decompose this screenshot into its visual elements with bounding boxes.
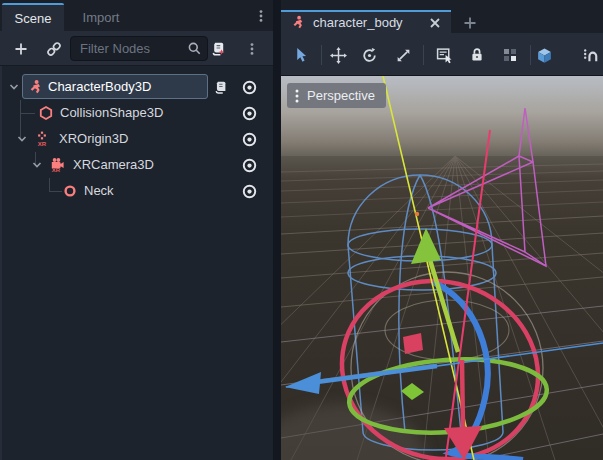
move-icon <box>330 47 347 64</box>
lock-icon <box>469 47 485 63</box>
script-icon <box>213 80 228 95</box>
scene-tree-menu-button[interactable] <box>239 36 265 61</box>
scene-dock-toolbar <box>0 31 273 66</box>
tab-import[interactable]: Import <box>66 3 136 31</box>
select-tool-button[interactable] <box>289 44 313 66</box>
open-script-button[interactable] <box>210 78 230 96</box>
viewport-3d[interactable]: Perspective <box>281 76 603 460</box>
xr-camera-3d-icon: XR <box>50 157 66 173</box>
rotate-icon <box>361 47 378 64</box>
svg-text:XR: XR <box>52 167 61 173</box>
group-button[interactable] <box>498 44 522 66</box>
viewport-render <box>281 76 603 460</box>
tab-label: character_body <box>313 15 420 30</box>
node-name: CharacterBody3D <box>48 79 151 94</box>
new-scene-tab-button[interactable] <box>459 13 481 33</box>
chevron-down-icon[interactable] <box>16 133 28 145</box>
attach-script-button[interactable] <box>205 36 231 61</box>
vertical-dots-icon <box>294 88 300 104</box>
panel-splitter[interactable] <box>273 0 281 460</box>
scene-dock: Scene Import <box>0 0 273 460</box>
scene-tabbar: character_body <box>281 0 603 33</box>
node-name: Neck <box>84 183 114 198</box>
eye-icon <box>241 183 258 200</box>
main-editor-panel: character_body <box>281 0 603 460</box>
magnet-icon <box>582 47 599 64</box>
move-tool-button[interactable] <box>326 44 350 66</box>
select-arrow-icon <box>293 47 310 64</box>
filter-nodes-input[interactable] <box>70 36 208 61</box>
close-icon <box>429 17 441 29</box>
list-select-tool-button[interactable] <box>432 44 456 66</box>
tree-row-xrorigin3d[interactable]: XR XROrigin3D <box>2 126 275 152</box>
visibility-toggle[interactable] <box>238 130 260 148</box>
lock-button[interactable] <box>465 44 489 66</box>
cube-icon <box>536 47 553 64</box>
dock-menu-button[interactable] <box>251 4 271 28</box>
visibility-toggle[interactable] <box>238 104 260 122</box>
filter-nodes-field <box>70 36 208 61</box>
ray-hit-point <box>415 212 419 216</box>
add-node-button[interactable] <box>8 36 34 61</box>
visibility-toggle[interactable] <box>238 182 260 200</box>
local-space-toggle[interactable] <box>532 44 556 66</box>
eye-icon <box>241 157 258 174</box>
tab-close-button[interactable] <box>427 15 443 31</box>
view-menu-button[interactable]: Perspective <box>287 83 386 108</box>
group-icon <box>502 47 518 63</box>
tab-import-label: Import <box>83 10 120 25</box>
toolbar-separator <box>530 45 531 65</box>
chevron-down-icon[interactable] <box>31 159 43 171</box>
toolbar-separator <box>423 45 424 65</box>
instance-scene-button[interactable] <box>41 36 67 61</box>
scene-dock-tabbar: Scene Import <box>0 0 273 31</box>
character-body-3d-icon <box>291 15 306 30</box>
chevron-down-icon[interactable] <box>8 81 20 93</box>
viewport-toolbar <box>281 33 603 76</box>
godot-editor-window: Scene Import <box>0 0 603 460</box>
plus-icon <box>463 16 477 30</box>
script-star-icon <box>210 41 226 57</box>
scene-tree: CharacterBody3D <box>0 66 273 460</box>
translate-arrow-x-shaft[interactable] <box>462 360 463 428</box>
plus-icon <box>13 41 29 57</box>
snap-toggle[interactable] <box>578 44 602 66</box>
tree-row-collisionshape3d[interactable]: CollisionShape3D <box>2 100 275 126</box>
tree-row-neck[interactable]: Neck <box>2 178 275 204</box>
character-body-3d-icon <box>28 79 44 95</box>
node-name: XROrigin3D <box>59 131 128 146</box>
list-select-icon <box>436 47 453 64</box>
link-icon <box>46 41 62 57</box>
svg-text:XR: XR <box>38 141 47 147</box>
rotate-tool-button[interactable] <box>357 44 381 66</box>
eye-icon <box>241 105 258 122</box>
vertical-dots-icon <box>245 42 259 56</box>
scale-icon <box>395 47 412 64</box>
tree-row-xrcamera3d[interactable]: XR XRCamera3D <box>2 152 275 178</box>
node-name: XRCamera3D <box>73 157 154 172</box>
tab-scene[interactable]: Scene <box>2 3 64 31</box>
vertical-dots-icon <box>254 9 268 23</box>
scale-tool-button[interactable] <box>391 44 415 66</box>
collision-shape-3d-icon <box>38 105 54 121</box>
visibility-toggle[interactable] <box>238 156 260 174</box>
visibility-toggle[interactable] <box>238 78 260 96</box>
tab-character-body[interactable]: character_body <box>281 10 451 33</box>
tab-scene-label: Scene <box>15 11 52 26</box>
toolbar-separator <box>321 45 322 65</box>
eye-icon <box>241 131 258 148</box>
node-3d-ring-icon <box>62 183 78 199</box>
tree-row-characterbody3d[interactable]: CharacterBody3D <box>2 74 275 100</box>
eye-icon <box>241 79 258 96</box>
view-mode-label: Perspective <box>307 88 375 103</box>
node-name: CollisionShape3D <box>60 105 163 120</box>
xr-origin-3d-icon: XR <box>34 131 50 147</box>
